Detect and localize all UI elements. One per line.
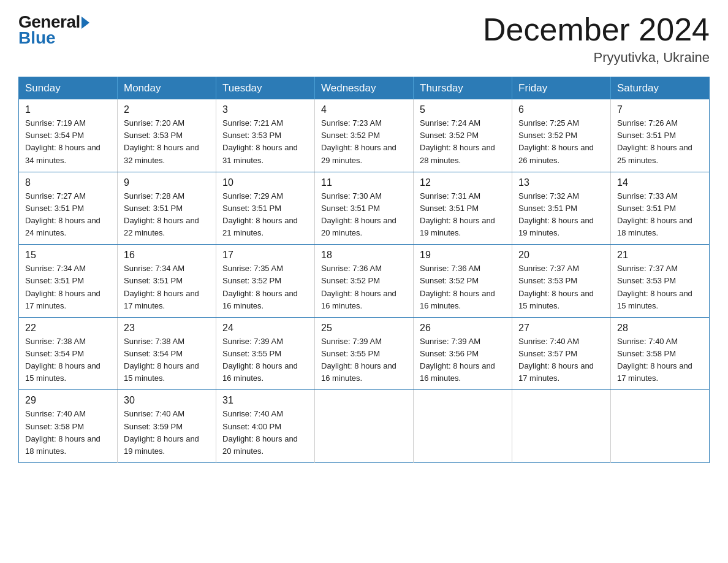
logo-arrow-icon: [82, 17, 89, 29]
day-info: Sunrise: 7:30 AMSunset: 3:51 PMDaylight:…: [321, 190, 407, 240]
calendar-day-cell: 10Sunrise: 7:29 AMSunset: 3:51 PMDayligh…: [216, 172, 315, 245]
day-info: Sunrise: 7:40 AMSunset: 3:59 PMDaylight:…: [124, 408, 210, 458]
weekday-header-monday: Monday: [118, 77, 216, 100]
calendar-day-cell: 15Sunrise: 7:34 AMSunset: 3:51 PMDayligh…: [19, 245, 118, 318]
calendar-day-cell: 25Sunrise: 7:39 AMSunset: 3:55 PMDayligh…: [315, 317, 414, 390]
day-info: Sunrise: 7:21 AMSunset: 3:53 PMDaylight:…: [222, 117, 308, 167]
calendar-day-cell: 11Sunrise: 7:30 AMSunset: 3:51 PMDayligh…: [315, 172, 414, 245]
day-number: 10: [222, 177, 308, 188]
day-number: 29: [25, 395, 111, 406]
calendar-day-cell: 14Sunrise: 7:33 AMSunset: 3:51 PMDayligh…: [611, 172, 710, 245]
day-number: 11: [321, 177, 407, 188]
day-info: Sunrise: 7:25 AMSunset: 3:52 PMDaylight:…: [518, 117, 604, 167]
day-number: 19: [420, 250, 506, 261]
day-info: Sunrise: 7:27 AMSunset: 3:51 PMDaylight:…: [25, 190, 111, 240]
day-number: 6: [518, 104, 604, 115]
calendar-day-cell: [512, 390, 611, 463]
day-number: 5: [420, 104, 506, 115]
day-info: Sunrise: 7:36 AMSunset: 3:52 PMDaylight:…: [321, 262, 407, 312]
day-info: Sunrise: 7:29 AMSunset: 3:51 PMDaylight:…: [222, 190, 308, 240]
day-number: 9: [124, 177, 210, 188]
day-info: Sunrise: 7:37 AMSunset: 3:53 PMDaylight:…: [518, 262, 604, 312]
day-info: Sunrise: 7:39 AMSunset: 3:55 PMDaylight:…: [321, 335, 407, 385]
day-number: 7: [617, 104, 703, 115]
calendar-day-cell: 6Sunrise: 7:25 AMSunset: 3:52 PMDaylight…: [512, 99, 611, 172]
calendar-day-cell: [611, 390, 710, 463]
calendar-day-cell: [414, 390, 512, 463]
calendar-day-cell: 21Sunrise: 7:37 AMSunset: 3:53 PMDayligh…: [611, 245, 710, 318]
day-number: 27: [518, 323, 604, 334]
day-number: 13: [518, 177, 604, 188]
calendar-day-cell: 26Sunrise: 7:39 AMSunset: 3:56 PMDayligh…: [414, 317, 512, 390]
calendar-day-cell: 13Sunrise: 7:32 AMSunset: 3:51 PMDayligh…: [512, 172, 611, 245]
day-number: 12: [420, 177, 506, 188]
calendar-day-cell: 17Sunrise: 7:35 AMSunset: 3:52 PMDayligh…: [216, 245, 315, 318]
day-number: 18: [321, 250, 407, 261]
calendar-day-cell: 24Sunrise: 7:39 AMSunset: 3:55 PMDayligh…: [216, 317, 315, 390]
day-number: 16: [124, 250, 210, 261]
calendar-week-row: 8Sunrise: 7:27 AMSunset: 3:51 PMDaylight…: [19, 172, 710, 245]
month-title: December 2024: [483, 12, 710, 47]
weekday-header-tuesday: Tuesday: [216, 77, 315, 100]
logo: General Blue: [18, 12, 89, 48]
calendar-day-cell: 1Sunrise: 7:19 AMSunset: 3:54 PMDaylight…: [19, 99, 118, 172]
day-number: 30: [124, 395, 210, 406]
day-number: 24: [222, 323, 308, 334]
day-number: 3: [222, 104, 308, 115]
day-number: 23: [124, 323, 210, 334]
calendar-day-cell: 8Sunrise: 7:27 AMSunset: 3:51 PMDaylight…: [19, 172, 118, 245]
calendar-day-cell: 4Sunrise: 7:23 AMSunset: 3:52 PMDaylight…: [315, 99, 414, 172]
calendar-day-cell: 31Sunrise: 7:40 AMSunset: 4:00 PMDayligh…: [216, 390, 315, 463]
calendar-week-row: 15Sunrise: 7:34 AMSunset: 3:51 PMDayligh…: [19, 245, 710, 318]
day-number: 26: [420, 323, 506, 334]
day-info: Sunrise: 7:37 AMSunset: 3:53 PMDaylight:…: [617, 262, 703, 312]
day-info: Sunrise: 7:26 AMSunset: 3:51 PMDaylight:…: [617, 117, 703, 167]
calendar-day-cell: [315, 390, 414, 463]
page-header: General Blue December 2024 Pryyutivka, U…: [18, 12, 710, 66]
calendar-day-cell: 5Sunrise: 7:24 AMSunset: 3:52 PMDaylight…: [414, 99, 512, 172]
day-info: Sunrise: 7:34 AMSunset: 3:51 PMDaylight:…: [124, 262, 210, 312]
day-number: 25: [321, 323, 407, 334]
day-info: Sunrise: 7:36 AMSunset: 3:52 PMDaylight:…: [420, 262, 506, 312]
day-info: Sunrise: 7:39 AMSunset: 3:55 PMDaylight:…: [222, 335, 308, 385]
day-number: 1: [25, 104, 111, 115]
day-number: 21: [617, 250, 703, 261]
location-label: Pryyutivka, Ukraine: [483, 50, 710, 66]
day-info: Sunrise: 7:33 AMSunset: 3:51 PMDaylight:…: [617, 190, 703, 240]
day-info: Sunrise: 7:40 AMSunset: 3:57 PMDaylight:…: [518, 335, 604, 385]
calendar-day-cell: 20Sunrise: 7:37 AMSunset: 3:53 PMDayligh…: [512, 245, 611, 318]
day-number: 14: [617, 177, 703, 188]
weekday-header-row: SundayMondayTuesdayWednesdayThursdayFrid…: [19, 77, 710, 100]
day-info: Sunrise: 7:39 AMSunset: 3:56 PMDaylight:…: [420, 335, 506, 385]
day-info: Sunrise: 7:31 AMSunset: 3:51 PMDaylight:…: [420, 190, 506, 240]
day-info: Sunrise: 7:38 AMSunset: 3:54 PMDaylight:…: [124, 335, 210, 385]
day-info: Sunrise: 7:38 AMSunset: 3:54 PMDaylight:…: [25, 335, 111, 385]
day-info: Sunrise: 7:40 AMSunset: 4:00 PMDaylight:…: [222, 408, 308, 458]
day-info: Sunrise: 7:20 AMSunset: 3:53 PMDaylight:…: [124, 117, 210, 167]
day-info: Sunrise: 7:28 AMSunset: 3:51 PMDaylight:…: [124, 190, 210, 240]
calendar-week-row: 29Sunrise: 7:40 AMSunset: 3:58 PMDayligh…: [19, 390, 710, 463]
day-info: Sunrise: 7:40 AMSunset: 3:58 PMDaylight:…: [25, 408, 111, 458]
logo-blue-text: Blue: [18, 28, 56, 48]
calendar-day-cell: 30Sunrise: 7:40 AMSunset: 3:59 PMDayligh…: [118, 390, 216, 463]
day-number: 28: [617, 323, 703, 334]
weekday-header-thursday: Thursday: [414, 77, 512, 100]
calendar-table: SundayMondayTuesdayWednesdayThursdayFrid…: [18, 77, 710, 463]
weekday-header-wednesday: Wednesday: [315, 77, 414, 100]
day-info: Sunrise: 7:40 AMSunset: 3:58 PMDaylight:…: [617, 335, 703, 385]
calendar-day-cell: 3Sunrise: 7:21 AMSunset: 3:53 PMDaylight…: [216, 99, 315, 172]
day-number: 17: [222, 250, 308, 261]
day-info: Sunrise: 7:24 AMSunset: 3:52 PMDaylight:…: [420, 117, 506, 167]
day-info: Sunrise: 7:19 AMSunset: 3:54 PMDaylight:…: [25, 117, 111, 167]
day-info: Sunrise: 7:32 AMSunset: 3:51 PMDaylight:…: [518, 190, 604, 240]
day-info: Sunrise: 7:34 AMSunset: 3:51 PMDaylight:…: [25, 262, 111, 312]
calendar-day-cell: 18Sunrise: 7:36 AMSunset: 3:52 PMDayligh…: [315, 245, 414, 318]
calendar-day-cell: 27Sunrise: 7:40 AMSunset: 3:57 PMDayligh…: [512, 317, 611, 390]
calendar-day-cell: 2Sunrise: 7:20 AMSunset: 3:53 PMDaylight…: [118, 99, 216, 172]
day-number: 22: [25, 323, 111, 334]
calendar-day-cell: 7Sunrise: 7:26 AMSunset: 3:51 PMDaylight…: [611, 99, 710, 172]
weekday-header-friday: Friday: [512, 77, 611, 100]
calendar-day-cell: 28Sunrise: 7:40 AMSunset: 3:58 PMDayligh…: [611, 317, 710, 390]
day-number: 15: [25, 250, 111, 261]
calendar-day-cell: 23Sunrise: 7:38 AMSunset: 3:54 PMDayligh…: [118, 317, 216, 390]
